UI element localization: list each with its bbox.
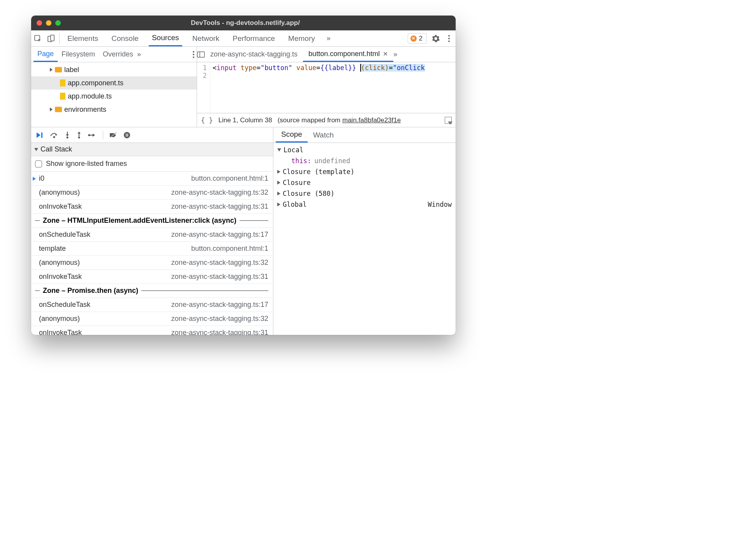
ignore-listed-toggle[interactable]: Show ignore-listed frames xyxy=(31,156,273,172)
scope-label: Closure (580) xyxy=(283,190,335,197)
frame-location: zone-async-stack-tagging.ts:31 xyxy=(171,273,268,281)
pretty-print-icon[interactable]: { } xyxy=(201,116,213,124)
scope-variable[interactable]: this:undefined xyxy=(277,155,452,166)
frame-location: zone-async-stack-tagging.ts:31 xyxy=(171,203,268,211)
svg-rect-5 xyxy=(41,132,42,138)
step-icon[interactable] xyxy=(88,132,97,138)
tree-item[interactable]: app.component.ts xyxy=(31,76,197,90)
scope-tabs: ScopeWatch xyxy=(273,127,456,143)
folder-icon xyxy=(55,107,62,112)
svg-point-15 xyxy=(124,132,130,138)
more-nav-tabs-icon[interactable]: » xyxy=(137,50,139,58)
svg-rect-16 xyxy=(126,134,127,137)
tree-item[interactable]: label xyxy=(31,63,197,76)
scope-body: Localthis:undefinedClosure (template)Clo… xyxy=(273,143,456,335)
code-editor[interactable]: 12 <input type="button" value={{label}} … xyxy=(197,62,456,113)
tree-item-label: environments xyxy=(64,106,106,114)
stack-frame[interactable]: onInvokeTaskzone-async-stack-tagging.ts:… xyxy=(31,200,273,214)
device-toolbar-icon[interactable] xyxy=(44,30,58,46)
folder-icon xyxy=(55,67,62,72)
resume-icon[interactable] xyxy=(36,132,44,139)
stack-frame[interactable]: (anonymous)zone-async-stack-tagging.ts:3… xyxy=(31,312,273,326)
kebab-menu-icon[interactable] xyxy=(442,30,456,46)
frame-location: button.component.html:1 xyxy=(191,174,268,183)
frame-name: onInvokeTask xyxy=(39,273,82,281)
scope-entry[interactable]: GlobalWindow xyxy=(277,199,452,210)
scope-entry[interactable]: Closure (580) xyxy=(277,188,452,199)
frame-name: onInvokeTask xyxy=(39,329,82,335)
stack-frame[interactable]: onInvokeTaskzone-async-stack-tagging.ts:… xyxy=(31,270,273,284)
editor-status-bar: { } Line 1, Column 38 (source mapped fro… xyxy=(197,113,456,127)
editor-tab[interactable]: zone-async-stack-tagging.ts xyxy=(205,47,303,62)
tree-item[interactable]: app.module.ts xyxy=(31,90,197,103)
more-tabs-icon[interactable]: » xyxy=(321,30,335,46)
stack-frame[interactable]: templatebutton.component.html:1 xyxy=(31,242,273,256)
tree-item-label: app.module.ts xyxy=(68,92,112,100)
svg-point-12 xyxy=(88,134,90,136)
nav-kebab-icon[interactable] xyxy=(193,51,194,58)
more-editor-tabs-icon[interactable]: » xyxy=(393,50,396,58)
editor-tab-label: button.component.html xyxy=(308,50,380,58)
frame-name: i0 xyxy=(39,174,44,183)
stack-frame[interactable]: (anonymous)zone-async-stack-tagging.ts:3… xyxy=(31,186,273,200)
code-line: <input type="button" value={{label}} (cl… xyxy=(210,62,456,113)
nav-tab-overrides[interactable]: Overrides xyxy=(99,47,137,62)
scope-tab-scope[interactable]: Scope xyxy=(276,127,308,143)
main-tab-performance[interactable]: Performance xyxy=(229,30,278,46)
error-badge[interactable]: ✕ 2 xyxy=(408,33,427,44)
close-window-button[interactable] xyxy=(37,20,42,26)
file-tree: labelapp.component.tsapp.module.tsenviro… xyxy=(31,62,197,127)
source-map-link[interactable]: main.fa8bfa0e23f1e xyxy=(342,116,401,124)
stack-frame[interactable]: i0button.component.html:1 xyxy=(31,172,273,186)
nav-tab-page[interactable]: Page xyxy=(33,47,58,62)
window-title: DevTools - ng-devtools.netlify.app/ xyxy=(61,19,430,27)
scope-tab-watch[interactable]: Watch xyxy=(308,127,339,143)
disclosure-icon xyxy=(277,181,280,185)
frame-name: (anonymous) xyxy=(39,315,80,323)
tree-item[interactable]: environments xyxy=(31,103,197,116)
frame-name: template xyxy=(39,245,66,253)
coverage-icon[interactable] xyxy=(445,117,452,124)
stack-frame[interactable]: onScheduleTaskzone-async-stack-tagging.t… xyxy=(31,228,273,242)
step-out-icon[interactable] xyxy=(76,132,82,139)
frame-location: zone-async-stack-tagging.ts:32 xyxy=(171,188,268,197)
settings-icon[interactable] xyxy=(429,30,442,46)
step-into-icon[interactable] xyxy=(65,132,70,139)
deactivate-breakpoints-icon[interactable] xyxy=(109,132,117,138)
stack-frame[interactable]: onScheduleTaskzone-async-stack-tagging.t… xyxy=(31,298,273,312)
svg-rect-3 xyxy=(197,52,204,57)
stack-frame[interactable]: onInvokeTaskzone-async-stack-tagging.ts:… xyxy=(31,326,273,335)
step-over-icon[interactable] xyxy=(50,132,58,138)
scope-entry[interactable]: Closure xyxy=(277,177,452,188)
main-tab-console[interactable]: Console xyxy=(108,30,142,46)
close-icon[interactable]: ✕ xyxy=(383,50,388,58)
main-tab-sources[interactable]: Sources xyxy=(149,30,182,46)
debugger-pane: Call Stack Show ignore-listed frames i0b… xyxy=(31,127,273,335)
pause-exceptions-icon[interactable] xyxy=(123,132,130,139)
svg-point-10 xyxy=(78,136,80,138)
inspect-element-icon[interactable] xyxy=(31,30,44,46)
editor-pane: zone-async-stack-tagging.tsbutton.compon… xyxy=(197,47,456,127)
frame-name: (anonymous) xyxy=(39,259,80,267)
titlebar: DevTools - ng-devtools.netlify.app/ xyxy=(31,16,456,30)
main-tabs: ElementsConsoleSourcesNetworkPerformance… xyxy=(61,30,321,46)
scope-type: Window xyxy=(428,201,452,208)
frame-location: zone-async-stack-tagging.ts:31 xyxy=(171,329,268,335)
main-tab-elements[interactable]: Elements xyxy=(64,30,101,46)
editor-tab[interactable]: button.component.html✕ xyxy=(303,47,393,62)
minimize-window-button[interactable] xyxy=(46,20,51,26)
main-tab-memory[interactable]: Memory xyxy=(285,30,318,46)
error-count: 2 xyxy=(419,35,423,42)
scope-entry[interactable]: Closure (template) xyxy=(277,166,452,177)
error-icon: ✕ xyxy=(410,35,417,42)
debug-toolbar xyxy=(31,127,273,143)
call-stack-header[interactable]: Call Stack xyxy=(31,143,273,156)
scope-label: Closure (template) xyxy=(283,168,354,176)
toggle-navigator-icon[interactable] xyxy=(197,51,205,58)
main-tab-network[interactable]: Network xyxy=(189,30,223,46)
zoom-window-button[interactable] xyxy=(55,20,61,26)
disclosure-icon xyxy=(50,68,53,72)
scope-entry[interactable]: Local xyxy=(277,144,452,155)
stack-frame[interactable]: (anonymous)zone-async-stack-tagging.ts:3… xyxy=(31,256,273,270)
nav-tab-filesystem[interactable]: Filesystem xyxy=(58,47,99,62)
